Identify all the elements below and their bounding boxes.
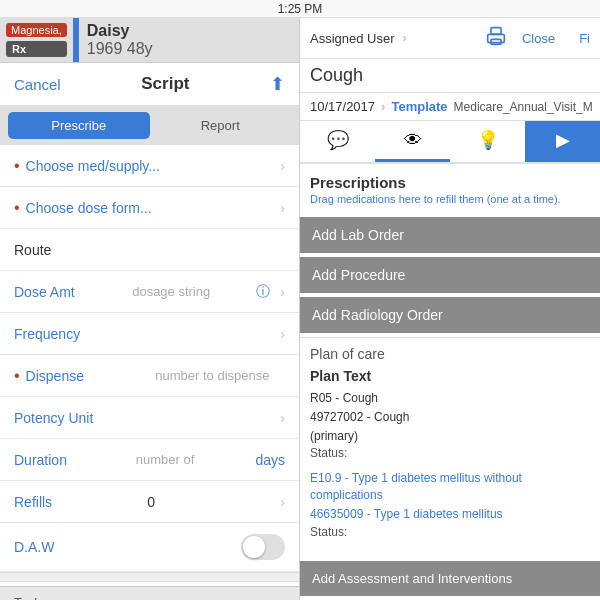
duration-placeholder: number of <box>136 452 250 467</box>
section-divider <box>0 572 299 582</box>
potency-unit-row[interactable]: Potency Unit › <box>0 397 299 439</box>
patient-info: 1969 48y <box>87 40 153 58</box>
plan-item-blue-line: E10.9 - Type 1 diabetes mellitus without… <box>310 470 590 504</box>
patient-row: Magnesia, Rx Daisy 1969 48y <box>0 18 299 63</box>
template-label: Template <box>391 99 447 114</box>
status-time: 1:25 PM <box>278 2 323 16</box>
template-value: Medicare_Annual_Visit_M <box>454 100 593 114</box>
printer-icon[interactable] <box>486 26 506 50</box>
patient-name: Daisy <box>87 22 153 40</box>
chevron-icon: › <box>280 410 285 426</box>
daw-label: D.A.W <box>14 539 128 555</box>
script-title: Script <box>141 74 189 94</box>
choose-med-label: Choose med/supply... <box>26 158 277 174</box>
prescriptions-title: Prescriptions <box>300 164 600 193</box>
tasks-footer: Tasks <box>0 586 299 600</box>
dispense-label: Dispense <box>26 368 156 384</box>
choose-med-row[interactable]: Choose med/supply... › <box>0 145 299 187</box>
refills-value: 0 <box>147 494 155 510</box>
dose-amt-row[interactable]: Dose Amt dosage string ⓘ › <box>0 271 299 313</box>
refills-row[interactable]: Refills 0 › <box>0 481 299 523</box>
days-label: days <box>255 452 285 468</box>
share-icon[interactable]: ⬆ <box>270 73 285 95</box>
route-label: Route <box>14 242 285 258</box>
dispense-row[interactable]: Dispense number to dispense <box>0 355 299 397</box>
toggle-thumb <box>243 536 265 558</box>
cough-title: Cough <box>300 59 600 93</box>
tab-report[interactable]: Report <box>150 112 292 139</box>
tab-eye[interactable]: 👁 <box>375 121 450 162</box>
add-assessment-bar[interactable]: Add Assessment and Interventions <box>300 561 600 596</box>
left-panel: Magnesia, Rx Daisy 1969 48y Cancel Scrip… <box>0 18 300 600</box>
chevron-icon: › <box>280 326 285 342</box>
potency-unit-label: Potency Unit <box>14 410 276 426</box>
right-header: Assigned User › Close Fi <box>300 18 600 59</box>
script-header: Cancel Script ⬆ <box>0 63 299 106</box>
form-scroll: Choose med/supply... › Choose dose form.… <box>0 145 299 586</box>
dose-amt-label: Dose Amt <box>14 284 132 300</box>
close-button[interactable]: Close <box>522 31 555 46</box>
rx-badge: Rx <box>6 41 67 57</box>
choose-dose-row[interactable]: Choose dose form... › <box>0 187 299 229</box>
right-panel: Assigned User › Close Fi Cough 10/1 <box>300 18 600 600</box>
right-scroll: Prescriptions Drag medications here to r… <box>300 164 600 600</box>
add-procedure-bar[interactable]: Add Procedure <box>300 257 600 293</box>
frequency-label: Frequency <box>14 326 276 342</box>
tab-lightbulb[interactable]: 💡 <box>450 121 525 162</box>
chevron-icon: › <box>280 284 285 300</box>
prescriptions-subtitle: Drag medications here to refill them (on… <box>300 193 600 213</box>
svg-rect-0 <box>491 28 501 35</box>
tab-play[interactable]: ▶ <box>525 121 600 162</box>
plan-status: Status: <box>310 446 590 460</box>
info-icon: ⓘ <box>256 283 270 301</box>
plan-item-1: R05 - Cough 49727002 - Cough (primary) S… <box>310 390 590 460</box>
visit-date: 10/17/2017 <box>310 99 375 114</box>
plan-section: Plan of care Plan Text R05 - Cough 49727… <box>300 337 600 557</box>
date-chevron-icon: › <box>381 99 385 114</box>
route-row[interactable]: Route <box>0 229 299 271</box>
plan-text-label: Plan Text <box>310 368 590 384</box>
assigned-user-label: Assigned User <box>310 31 395 46</box>
plan-status-2: Status: <box>310 525 590 539</box>
choose-dose-label: Choose dose form... <box>26 200 277 216</box>
plan-of-care-label: Plan of care <box>310 346 590 362</box>
refills-label: Refills <box>14 494 135 510</box>
duration-row[interactable]: Duration number of days <box>0 439 299 481</box>
icon-tabs: 💬 👁 💡 ▶ <box>300 121 600 164</box>
add-lab-order-bar[interactable]: Add Lab Order <box>300 217 600 253</box>
chevron-icon: › <box>280 158 285 174</box>
tab-chat[interactable]: 💬 <box>300 121 375 162</box>
add-radiology-order-bar[interactable]: Add Radiology Order <box>300 297 600 333</box>
plan-item-2: E10.9 - Type 1 diabetes mellitus without… <box>310 470 590 538</box>
plan-item-line: (primary) <box>310 428 590 445</box>
magnesia-badge: Magnesia, <box>6 23 67 37</box>
tab-bar: Prescribe Report <box>0 106 299 145</box>
duration-label: Duration <box>14 452 128 468</box>
fi-button[interactable]: Fi <box>579 31 590 46</box>
tab-prescribe[interactable]: Prescribe <box>8 112 150 139</box>
plan-item-blue-line: 46635009 - Type 1 diabetes mellitus <box>310 506 590 523</box>
plan-item-line: 49727002 - Cough <box>310 409 590 426</box>
plan-item-line: R05 - Cough <box>310 390 590 407</box>
chevron-icon: › <box>280 200 285 216</box>
dispense-placeholder: number to dispense <box>155 368 285 383</box>
patient-badges: Magnesia, Rx <box>0 18 73 62</box>
frequency-row[interactable]: Frequency › <box>0 313 299 355</box>
chevron-icon: › <box>280 494 285 510</box>
dose-amt-placeholder: dosage string <box>132 284 250 299</box>
tasks-label: Tasks <box>14 595 47 600</box>
header-chevron-icon: › <box>403 31 407 45</box>
date-template-row: 10/17/2017 › Template Medicare_Annual_Vi… <box>300 93 600 121</box>
daw-row[interactable]: D.A.W <box>0 523 299 572</box>
cancel-button[interactable]: Cancel <box>14 76 61 93</box>
daw-toggle[interactable] <box>241 534 285 560</box>
